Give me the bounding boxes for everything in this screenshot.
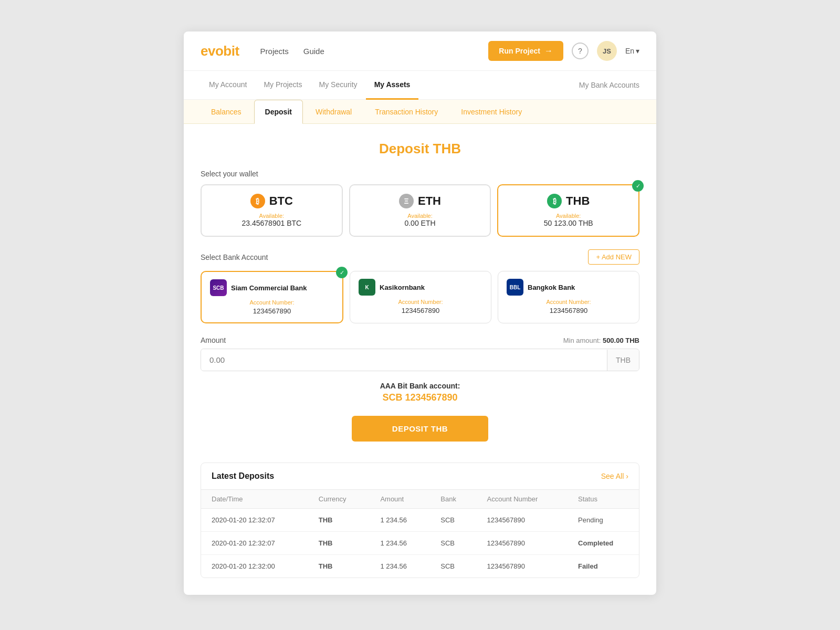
wallet-card-thb[interactable]: ✓ ₿ THB Available: 50 123.00 THB bbox=[497, 184, 639, 237]
top-nav: evobit Projects Guide Run Project → ? JS… bbox=[184, 32, 656, 71]
chevron-down-icon: ▾ bbox=[636, 47, 639, 55]
bbl-account-number: 1234567890 bbox=[507, 307, 631, 314]
run-project-button[interactable]: Run Project → bbox=[488, 41, 563, 61]
btc-name: BTC bbox=[269, 194, 293, 208]
see-all-link[interactable]: See All › bbox=[601, 472, 628, 480]
scb-name: Siam Commercial Bank bbox=[231, 284, 307, 292]
nav-links: Projects Guide bbox=[260, 47, 489, 56]
min-amount-value: 500.00 THB bbox=[603, 337, 639, 344]
cell-account-number: 1234567890 bbox=[477, 532, 568, 555]
secondary-nav-my-security[interactable]: My Security bbox=[311, 71, 366, 100]
cell-amount: 1 234.56 bbox=[370, 532, 430, 555]
col-datetime: Date/Time bbox=[201, 490, 308, 509]
latest-deposits: Latest Deposits See All › Date/Time Curr… bbox=[201, 463, 639, 578]
bbl-logo-icon: BBL bbox=[507, 279, 523, 296]
eth-icon: Ξ bbox=[399, 194, 414, 208]
cell-currency: THB bbox=[308, 509, 370, 532]
cell-currency: THB bbox=[308, 555, 370, 578]
cell-account-number: 1234567890 bbox=[477, 509, 568, 532]
logo: evobit bbox=[201, 43, 239, 59]
tab-deposit[interactable]: Deposit bbox=[254, 100, 303, 124]
wallet-card-btc-header: ₿ BTC bbox=[210, 194, 333, 208]
btc-balance: 23.45678901 BTC bbox=[210, 219, 333, 227]
secondary-nav-my-assets[interactable]: My Assets bbox=[366, 71, 419, 100]
thb-balance: 50 123.00 THB bbox=[507, 219, 630, 227]
tab-transaction-history[interactable]: Transaction History bbox=[364, 100, 448, 123]
table-row: 2020-01-20 12:32:00 THB 1 234.56 SCB 123… bbox=[201, 555, 639, 578]
scb-logo-icon: SCB bbox=[210, 279, 227, 296]
cell-status: Pending bbox=[568, 509, 639, 532]
eth-balance: 0.00 ETH bbox=[359, 219, 482, 227]
chevron-right-icon: › bbox=[626, 472, 628, 480]
run-project-arrow-icon: → bbox=[544, 46, 553, 56]
tab-investment-history[interactable]: Investment History bbox=[450, 100, 532, 123]
thb-available-label: Available: bbox=[507, 213, 630, 219]
tab-withdrawal[interactable]: Withdrawal bbox=[305, 100, 362, 123]
kbank-name: Kasikornbank bbox=[380, 284, 425, 291]
secondary-nav-my-projects[interactable]: My Projects bbox=[255, 71, 310, 100]
btc-available-label: Available: bbox=[210, 213, 333, 219]
amount-header: Amount Min amount: 500.00 THB bbox=[201, 336, 639, 344]
col-status: Status bbox=[568, 490, 639, 509]
wallet-card-thb-header: ₿ THB bbox=[507, 194, 630, 208]
min-amount-label: Min amount: 500.00 THB bbox=[563, 337, 639, 344]
kbank-header: K Kasikornbank bbox=[359, 279, 482, 296]
bbl-header: BBL Bangkok Bank bbox=[507, 279, 631, 296]
cell-datetime: 2020-01-20 12:32:07 bbox=[201, 509, 308, 532]
run-project-label: Run Project bbox=[499, 47, 540, 55]
bank-account-info-number: SCB 1234567890 bbox=[201, 392, 639, 403]
bank-account-info-label: AAA Bit Bank account: bbox=[201, 382, 639, 390]
thb-icon: ₿ bbox=[547, 194, 562, 208]
wallet-card-btc[interactable]: ₿ BTC Available: 23.45678901 BTC bbox=[201, 184, 343, 237]
eth-available-label: Available: bbox=[359, 213, 482, 219]
latest-deposits-title: Latest Deposits bbox=[212, 471, 274, 481]
bank-card-bbl[interactable]: BBL Bangkok Bank Account Number: 1234567… bbox=[498, 271, 639, 323]
scb-check-icon: ✓ bbox=[336, 267, 348, 278]
bank-section-header: Select Bank Account + Add NEW bbox=[201, 249, 639, 265]
deposit-button[interactable]: DEPOSIT THB bbox=[352, 416, 488, 442]
logo-bit: bit bbox=[223, 43, 239, 59]
scb-header: SCB Siam Commercial Bank bbox=[210, 279, 334, 296]
app-container: evobit Projects Guide Run Project → ? JS… bbox=[184, 32, 656, 595]
lang-selector[interactable]: En ▾ bbox=[625, 47, 639, 55]
add-new-button[interactable]: + Add NEW bbox=[588, 249, 639, 265]
scb-account-label: Account Number: bbox=[210, 299, 334, 306]
main-content: Deposit THB Select your wallet ₿ BTC Ava… bbox=[184, 124, 656, 595]
cell-amount: 1 234.56 bbox=[370, 555, 430, 578]
cell-bank: SCB bbox=[430, 532, 476, 555]
wallet-section-label: Select your wallet bbox=[201, 170, 639, 178]
secondary-nav-bank-accounts[interactable]: My Bank Accounts bbox=[579, 71, 639, 99]
bank-card-kbank[interactable]: K Kasikornbank Account Number: 123456789… bbox=[350, 271, 491, 323]
bank-section-label: Select Bank Account bbox=[201, 253, 268, 261]
bbl-name: Bangkok Bank bbox=[528, 284, 575, 291]
cell-bank: SCB bbox=[430, 509, 476, 532]
bank-card-scb[interactable]: ✓ SCB Siam Commercial Bank Account Numbe… bbox=[201, 271, 343, 323]
table-row: 2020-01-20 12:32:07 THB 1 234.56 SCB 123… bbox=[201, 509, 639, 532]
col-account-number: Account Number bbox=[477, 490, 568, 509]
cell-currency: THB bbox=[308, 532, 370, 555]
tab-balances[interactable]: Balances bbox=[201, 100, 252, 123]
btc-icon: ₿ bbox=[250, 194, 265, 208]
secondary-nav: My Account My Projects My Security My As… bbox=[184, 71, 656, 100]
wallet-card-eth[interactable]: Ξ ETH Available: 0.00 ETH bbox=[349, 184, 491, 237]
cell-datetime: 2020-01-20 12:32:07 bbox=[201, 532, 308, 555]
latest-deposits-header: Latest Deposits See All › bbox=[201, 463, 639, 490]
secondary-nav-my-account[interactable]: My Account bbox=[201, 71, 255, 100]
deposits-table: Date/Time Currency Amount Bank Account N… bbox=[201, 490, 639, 578]
amount-input[interactable] bbox=[201, 349, 607, 371]
scb-account-number: 1234567890 bbox=[210, 307, 334, 315]
amount-input-wrap: THB bbox=[201, 349, 639, 371]
cell-account-number: 1234567890 bbox=[477, 555, 568, 578]
nav-projects[interactable]: Projects bbox=[260, 47, 289, 56]
col-currency: Currency bbox=[308, 490, 370, 509]
tertiary-nav: Balances Deposit Withdrawal Transaction … bbox=[184, 100, 656, 124]
nav-right: Run Project → ? JS En ▾ bbox=[488, 41, 639, 61]
amount-currency: THB bbox=[607, 350, 639, 371]
kbank-account-number: 1234567890 bbox=[359, 307, 482, 314]
help-icon[interactable]: ? bbox=[572, 43, 589, 59]
bank-cards: ✓ SCB Siam Commercial Bank Account Numbe… bbox=[201, 271, 639, 323]
wallet-cards: ₿ BTC Available: 23.45678901 BTC Ξ ETH A… bbox=[201, 184, 639, 237]
kbank-logo-icon: K bbox=[359, 279, 375, 296]
avatar[interactable]: JS bbox=[597, 41, 617, 61]
nav-guide[interactable]: Guide bbox=[303, 47, 324, 56]
